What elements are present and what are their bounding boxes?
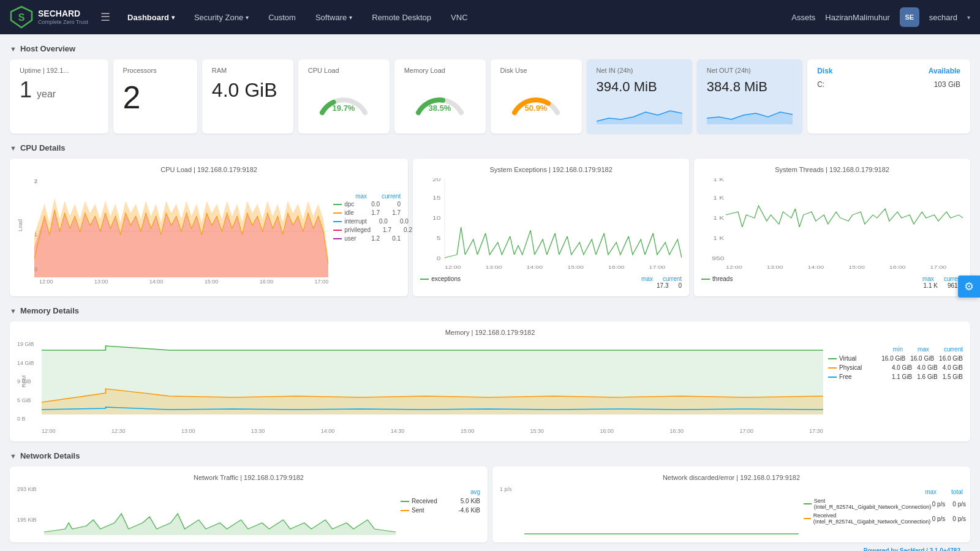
svg-rect-40 bbox=[524, 486, 799, 535]
legend-header: max current bbox=[333, 193, 401, 200]
cpu-details-section[interactable]: ▼ CPU Details bbox=[10, 143, 970, 152]
svg-text:17:00: 17:00 bbox=[649, 264, 666, 269]
svg-text:15:00: 15:00 bbox=[567, 264, 584, 269]
disk-drive: C: bbox=[817, 80, 824, 89]
processors-card: Processors 2 bbox=[113, 59, 197, 133]
cpu-gauge: 19.7% bbox=[316, 79, 371, 116]
net-out-label: Net OUT (24h) bbox=[707, 67, 793, 74]
svg-text:12:00: 12:00 bbox=[445, 264, 461, 269]
network-details-title: Network Details bbox=[20, 451, 80, 460]
svg-text:12:00: 12:00 bbox=[726, 264, 742, 269]
svg-text:14:00: 14:00 bbox=[527, 264, 543, 269]
host-overview-section[interactable]: ▼ Host Overview bbox=[10, 44, 970, 53]
nav-vnc[interactable]: VNC bbox=[443, 9, 475, 26]
brand-logo: S bbox=[10, 6, 33, 29]
net-in-sparkline bbox=[597, 100, 682, 124]
nav-user-name[interactable]: HaziranMalimuhur bbox=[825, 13, 889, 22]
svg-text:13:00: 13:00 bbox=[486, 264, 502, 269]
discarded-svg bbox=[524, 486, 799, 535]
legend-interrupt: interrupt 0.0 0.0 bbox=[333, 218, 401, 225]
threads-legend-label: threads bbox=[712, 276, 733, 282]
memory-details-section[interactable]: ▼ Memory Details bbox=[10, 306, 970, 315]
disk-free-card: Disk Available C: 103 GiB bbox=[807, 59, 970, 133]
memory-chart-content: 19 GiB 14 GiB 9 GiB 5 GiB 0 B RAM bbox=[17, 341, 963, 434]
svg-text:5: 5 bbox=[437, 235, 441, 241]
avatar: SE bbox=[900, 7, 919, 27]
memory-chart-area: 19 GiB 14 GiB 9 GiB 5 GiB 0 B RAM bbox=[17, 341, 823, 434]
svg-marker-5 bbox=[597, 109, 682, 124]
traffic-chart-content: 293 KiB 195 KiB avg bbox=[17, 486, 480, 535]
collapse-icon: ▼ bbox=[10, 452, 17, 460]
nav-username[interactable]: sechard bbox=[929, 13, 957, 22]
net-in-card: Net IN (24h) 394.0 MiB bbox=[587, 59, 692, 133]
net-out-value: 384.8 MiB bbox=[707, 79, 793, 95]
memory-load-card: Memory Load 38.5% bbox=[394, 59, 486, 133]
brand: S SECHARD Complete Zero Trust bbox=[10, 6, 88, 29]
cpu-load-card: CPU Load 19.7% bbox=[298, 59, 390, 133]
svg-text:19.7%: 19.7% bbox=[333, 103, 355, 113]
nav-assets[interactable]: Assets bbox=[791, 13, 815, 22]
settings-button[interactable]: ⚙ bbox=[958, 276, 980, 298]
processors-value: 2 bbox=[123, 79, 187, 116]
traffic-legend: avg Received 5.0 KiB Sent -4.6 Ki bbox=[401, 486, 480, 535]
net-out-sparkline bbox=[707, 100, 793, 124]
net-in-label: Net IN (24h) bbox=[597, 67, 682, 74]
nav-dashboard[interactable]: Dashboard ▾ bbox=[120, 9, 182, 26]
svg-text:1 K: 1 K bbox=[713, 235, 724, 241]
network-charts-row: Network Traffic | 192.168.0.179:9182 293… bbox=[10, 467, 970, 542]
cpu-load-chart-main: Load 2 bbox=[17, 178, 328, 285]
network-details-section[interactable]: ▼ Network Details bbox=[10, 451, 970, 460]
uptime-label: Uptime | 192.1... bbox=[20, 67, 99, 74]
cpu-legend: max current dpc 0.0 0 idle bbox=[333, 178, 401, 285]
host-overview-title: Host Overview bbox=[20, 44, 75, 53]
svg-text:15:00: 15:00 bbox=[848, 264, 865, 269]
disk-available: 103 GiB bbox=[934, 80, 960, 89]
cpu-load-svg bbox=[34, 186, 328, 277]
navbar-right: Assets HaziranMalimuhur SE sechard ▾ bbox=[791, 7, 970, 27]
nav-custom[interactable]: Custom bbox=[261, 9, 303, 26]
collapse-icon: ▼ bbox=[10, 144, 17, 152]
nav-software[interactable]: Software ▾ bbox=[308, 9, 360, 26]
available-col-label: Available bbox=[929, 67, 960, 75]
svg-text:14:00: 14:00 bbox=[808, 264, 824, 269]
svg-text:1 K: 1 K bbox=[713, 178, 724, 182]
cpu-details-title: CPU Details bbox=[20, 143, 66, 152]
disk-gauge: 50.9% bbox=[508, 79, 564, 116]
legend-dpc: dpc 0.0 0 bbox=[333, 201, 401, 208]
svg-text:20: 20 bbox=[432, 178, 440, 182]
chevron-down-icon: ▾ bbox=[246, 14, 249, 21]
uptime-value: 1 bbox=[20, 79, 32, 101]
threads-title: System Threads | 192.168.0.179:9182 bbox=[701, 166, 963, 173]
chevron-down-icon: ▾ bbox=[172, 14, 175, 21]
menu-icon[interactable]: ☰ bbox=[100, 10, 110, 24]
svg-text:950: 950 bbox=[712, 255, 724, 261]
net-out-card: Net OUT (24h) 384.8 MiB bbox=[697, 59, 802, 133]
memory-legend: minmaxcurrent Virtual 16.0 GiB16.0 GiB16… bbox=[828, 341, 963, 434]
svg-text:16:00: 16:00 bbox=[608, 264, 625, 269]
svg-text:16:00: 16:00 bbox=[889, 264, 906, 269]
svg-text:1 K: 1 K bbox=[713, 195, 724, 201]
nav-remote-desktop[interactable]: Remote Desktop bbox=[364, 9, 439, 26]
svg-marker-6 bbox=[707, 111, 793, 124]
disk-use-card: Disk Use 50.9% bbox=[491, 59, 582, 133]
disk-col-label: Disk bbox=[817, 67, 832, 75]
discarded-legend: maxtotal Sent (Intel_R_82574L_Gigabit_Ne… bbox=[804, 486, 963, 535]
traffic-chart-title: Network Traffic | 192.168.0.179:9182 bbox=[17, 474, 480, 481]
legend-privileged: privileged 1.7 0.2 bbox=[333, 227, 401, 233]
exceptions-title: System Exceptions | 192.168.0.179:9182 bbox=[420, 166, 682, 173]
nav-security-zone[interactable]: Security Zone ▾ bbox=[187, 9, 256, 26]
memory-chart-title: Memory | 192.168.0.179:9182 bbox=[17, 329, 963, 336]
svg-text:17:00: 17:00 bbox=[930, 264, 947, 269]
svg-text:13:00: 13:00 bbox=[767, 264, 783, 269]
uptime-unit: year bbox=[37, 89, 56, 100]
collapse-icon: ▼ bbox=[10, 307, 17, 315]
network-discarded-chart: Network discarded/error | 192.168.0.179:… bbox=[492, 467, 970, 542]
svg-text:15: 15 bbox=[432, 195, 440, 201]
svg-text:50.9%: 50.9% bbox=[525, 103, 548, 113]
memory-load-label: Memory Load bbox=[404, 67, 476, 74]
footer: Powered by SecHard / 3.1.0+4782 bbox=[10, 542, 970, 551]
discarded-chart-area: 1 p/s bbox=[500, 486, 799, 535]
cpu-charts-row: CPU Load | 192.168.0.179:9182 Load 2 bbox=[10, 159, 970, 296]
main-content: ▼ Host Overview Uptime | 192.1... 1 year… bbox=[0, 34, 980, 551]
disk-use-label: Disk Use bbox=[500, 67, 572, 74]
